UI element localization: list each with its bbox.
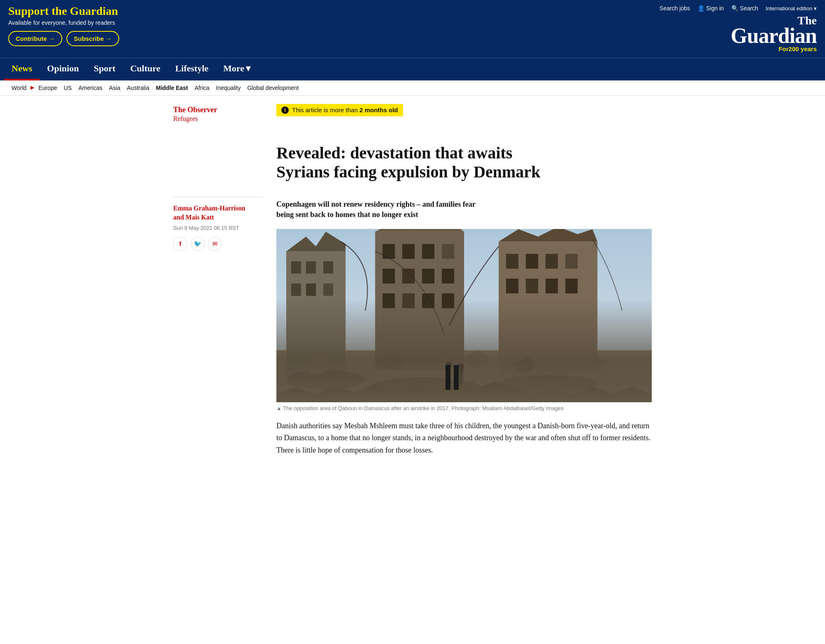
subnav-africa[interactable]: Africa bbox=[191, 84, 213, 92]
svg-marker-40 bbox=[375, 353, 405, 370]
more-button[interactable]: More ▾ bbox=[216, 58, 258, 79]
age-banner: i This article is more than 2 months old bbox=[276, 104, 403, 116]
svg-rect-19 bbox=[402, 269, 415, 284]
info-icon: i bbox=[281, 106, 289, 114]
svg-rect-22 bbox=[382, 293, 395, 308]
top-links: Search jobs 👤 Sign in 🔍 Search Internati… bbox=[660, 5, 817, 12]
content-wrapper: The Observer Refugees Emma Graham-Harris… bbox=[165, 96, 660, 465]
svg-rect-7 bbox=[323, 262, 333, 274]
contribute-button[interactable]: Contribute → bbox=[8, 31, 62, 46]
logo-guardian: Guardian bbox=[731, 26, 817, 46]
twitter-icon: 🐦 bbox=[194, 240, 202, 248]
svg-rect-32 bbox=[506, 279, 519, 294]
svg-rect-16 bbox=[422, 244, 434, 259]
main-nav: News Opinion Sport Culture Lifestyle Mor… bbox=[0, 58, 825, 80]
subscribe-button[interactable]: Subscribe → bbox=[66, 31, 119, 46]
svg-marker-41 bbox=[464, 350, 489, 368]
svg-rect-23 bbox=[402, 293, 415, 308]
divider bbox=[173, 197, 264, 197]
email-share-button[interactable]: ✉ bbox=[208, 237, 222, 251]
publish-date: Sun 9 May 2021 06.15 BST bbox=[173, 225, 264, 231]
svg-rect-48 bbox=[276, 395, 652, 402]
svg-rect-25 bbox=[442, 293, 454, 308]
age-text: This article is more than 2 months old bbox=[292, 106, 398, 113]
svg-rect-31 bbox=[565, 254, 578, 269]
nav-link-news[interactable]: News bbox=[4, 58, 40, 80]
svg-rect-5 bbox=[291, 262, 301, 274]
search-jobs-link[interactable]: Search jobs bbox=[660, 5, 690, 12]
guardian-logo: The Guardian For200 years bbox=[731, 15, 817, 52]
search-icon: 🔍 bbox=[731, 5, 738, 12]
article-body: Danish authorities say Mesbah Mshleem mu… bbox=[276, 420, 652, 457]
support-subtitle: Available for everyone, funded by reader… bbox=[8, 19, 660, 26]
svg-rect-20 bbox=[422, 269, 434, 284]
svg-marker-49 bbox=[276, 382, 652, 403]
nav-item-more[interactable]: More ▾ bbox=[216, 58, 258, 80]
subnav-middle-east[interactable]: Middle East bbox=[153, 84, 191, 92]
svg-rect-21 bbox=[442, 269, 454, 284]
support-title: Support the Guardian bbox=[8, 5, 660, 18]
nav-link-culture[interactable]: Culture bbox=[123, 58, 168, 79]
article-standfirst: Copenhagen will not renew residency righ… bbox=[276, 189, 652, 220]
subnav-americas[interactable]: Americas bbox=[75, 84, 106, 92]
svg-point-36 bbox=[286, 370, 365, 390]
banner-left: Support the Guardian Available for every… bbox=[8, 5, 660, 46]
svg-point-38 bbox=[499, 375, 597, 395]
svg-rect-28 bbox=[506, 254, 519, 269]
publication-label: The Observer bbox=[173, 106, 264, 114]
author-name: Emma Graham-Harrison and Mais Katt bbox=[173, 204, 264, 222]
nav-item-sport[interactable]: Sport bbox=[86, 58, 123, 80]
nav-item-news[interactable]: News bbox=[4, 58, 40, 80]
chevron-down-icon: ▾ bbox=[246, 63, 250, 74]
svg-rect-15 bbox=[402, 244, 415, 259]
svg-rect-33 bbox=[526, 279, 538, 294]
subnav-australia[interactable]: Australia bbox=[124, 84, 153, 92]
svg-rect-34 bbox=[546, 279, 558, 294]
subnav-inequality[interactable]: Inequality bbox=[213, 84, 244, 92]
image-caption: ▲ The opposition area of Qaboun in Damas… bbox=[276, 405, 652, 412]
search-link[interactable]: 🔍 Search bbox=[731, 5, 758, 12]
article-main: i This article is more than 2 months old… bbox=[276, 104, 652, 457]
nav-item-opinion[interactable]: Opinion bbox=[40, 58, 86, 80]
banner-buttons: Contribute → Subscribe → bbox=[8, 31, 660, 46]
svg-rect-29 bbox=[526, 254, 538, 269]
intl-edition-selector[interactable]: International edition ▾ bbox=[766, 5, 817, 12]
subnav-global-dev[interactable]: Global development bbox=[244, 84, 302, 92]
sign-in-link[interactable]: 👤 Sign in bbox=[698, 5, 724, 12]
twitter-share-button[interactable]: 🐦 bbox=[191, 237, 205, 251]
svg-rect-30 bbox=[546, 254, 558, 269]
facebook-icon: f bbox=[179, 240, 182, 247]
email-icon: ✉ bbox=[212, 240, 218, 248]
chevron-icon: ▶ bbox=[31, 85, 34, 91]
svg-rect-1 bbox=[276, 350, 652, 402]
nav-link-sport[interactable]: Sport bbox=[86, 58, 123, 79]
svg-marker-43 bbox=[582, 354, 605, 370]
svg-rect-17 bbox=[442, 244, 454, 259]
subnav-asia[interactable]: Asia bbox=[106, 84, 123, 92]
facebook-share-button[interactable]: f bbox=[173, 237, 187, 251]
svg-rect-14 bbox=[382, 244, 395, 259]
svg-point-45 bbox=[446, 362, 452, 368]
svg-rect-44 bbox=[447, 368, 451, 385]
svg-marker-42 bbox=[514, 356, 536, 373]
subnav-us[interactable]: US bbox=[60, 84, 75, 92]
svg-marker-39 bbox=[306, 355, 331, 375]
article-image-svg bbox=[276, 229, 652, 402]
nav-item-culture[interactable]: Culture bbox=[123, 58, 168, 80]
svg-rect-24 bbox=[422, 293, 434, 308]
svg-point-37 bbox=[365, 377, 484, 402]
social-buttons: f 🐦 ✉ bbox=[173, 237, 264, 251]
section-label: Refugees bbox=[173, 115, 264, 123]
article-image-wrapper: ▲ The opposition area of Qaboun in Damas… bbox=[276, 229, 652, 412]
nav-link-opinion[interactable]: Opinion bbox=[40, 58, 86, 79]
svg-point-47 bbox=[458, 364, 464, 370]
subnav-world[interactable]: World bbox=[8, 84, 30, 92]
svg-marker-13 bbox=[375, 229, 464, 231]
subnav-europe[interactable]: Europe bbox=[35, 84, 60, 92]
nav-item-lifestyle[interactable]: Lifestyle bbox=[168, 58, 216, 80]
nav-link-lifestyle[interactable]: Lifestyle bbox=[168, 58, 216, 79]
sidebar: The Observer Refugees Emma Graham-Harris… bbox=[173, 104, 264, 457]
svg-rect-35 bbox=[565, 279, 578, 294]
user-icon: 👤 bbox=[698, 5, 705, 12]
top-banner: Support the Guardian Available for every… bbox=[0, 0, 825, 58]
